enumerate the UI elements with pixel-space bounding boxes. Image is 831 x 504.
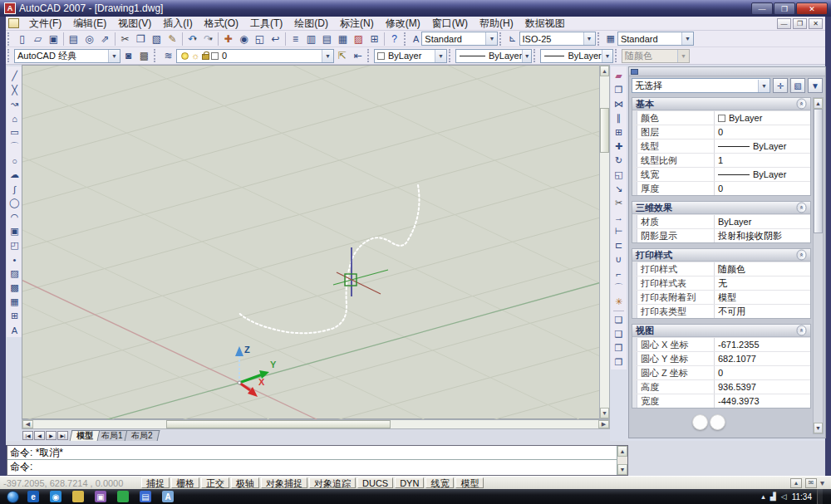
- dim-style-combo[interactable]: ISO-25▼: [519, 32, 596, 46]
- volume-icon[interactable]: ◁: [781, 492, 787, 501]
- rectangle-tool[interactable]: ▭: [7, 125, 22, 139]
- property-value[interactable]: ByLayer: [714, 139, 810, 153]
- mirror-tool[interactable]: ⋈: [612, 97, 626, 111]
- linetype-combo[interactable]: ByLayer▼: [455, 49, 532, 63]
- plot-icon[interactable]: ▤: [66, 32, 81, 46]
- my-workspace-icon[interactable]: ▩: [136, 48, 152, 63]
- chevron-down-icon[interactable]: ▼: [758, 80, 770, 92]
- tab-nav-button-2[interactable]: ▶: [46, 431, 57, 440]
- scroll-up-icon[interactable]: ▲: [617, 446, 627, 457]
- menu-item-6[interactable]: 绘图(D): [288, 16, 334, 32]
- menu-item-1[interactable]: 编辑(E): [67, 16, 112, 32]
- chevron-down-icon[interactable]: ▼: [522, 50, 531, 62]
- polyline-tool[interactable]: ↝: [7, 97, 22, 111]
- rotate-tool[interactable]: ↻: [612, 154, 626, 168]
- property-value[interactable]: 936.5397: [714, 380, 810, 394]
- stretch-tool[interactable]: ↘: [612, 182, 626, 196]
- scroll-down-icon[interactable]: ▼: [617, 464, 627, 475]
- child-close-button[interactable]: ✕: [809, 18, 823, 29]
- command-input-line[interactable]: 命令:: [7, 460, 627, 474]
- toggle-线宽[interactable]: 线宽: [425, 477, 454, 488]
- chevron-down-icon[interactable]: ▼: [681, 32, 693, 45]
- menu-item-3[interactable]: 插入(I): [157, 16, 198, 32]
- menu-item-10[interactable]: 帮助(H): [474, 16, 519, 32]
- scroll-left-icon[interactable]: ◀: [22, 420, 33, 428]
- spline-tool[interactable]: ∫: [7, 182, 22, 196]
- layer-lock-icon[interactable]: [202, 54, 209, 60]
- text-style-combo[interactable]: Standard▼: [421, 32, 498, 46]
- annotation-scale-icon[interactable]: ▴: [790, 478, 802, 488]
- scrollbar-thumb[interactable]: [166, 420, 391, 428]
- circle-tool[interactable]: ○: [7, 154, 22, 168]
- toggle-极轴[interactable]: 极轴: [231, 477, 259, 488]
- property-value[interactable]: 0: [714, 125, 810, 139]
- extend-tool[interactable]: →: [612, 210, 626, 224]
- toggle-DUCS[interactable]: DUCS: [357, 477, 393, 488]
- chevron-down-icon[interactable]: ▼: [108, 50, 120, 62]
- property-value[interactable]: ByLayer: [714, 215, 810, 228]
- maximize-button[interactable]: ❐: [774, 2, 795, 15]
- select-objects-button[interactable]: ▧: [790, 78, 805, 93]
- quickcalc-icon[interactable]: ⊞: [366, 32, 382, 46]
- section-header[interactable]: 视图«: [632, 325, 810, 337]
- redo-icon[interactable]: ↷▾: [200, 32, 216, 46]
- markup-icon[interactable]: ▨: [351, 32, 366, 46]
- chevron-down-icon[interactable]: ▼: [435, 50, 446, 62]
- menu-item-0[interactable]: 文件(F): [23, 16, 67, 32]
- scroll-right-icon[interactable]: ▶: [598, 420, 609, 428]
- layer-on-icon[interactable]: [181, 52, 189, 60]
- draw-order-above-icon[interactable]: ❒: [612, 341, 626, 355]
- tab-nav-button-1[interactable]: ◀: [34, 431, 45, 440]
- chevron-down-icon[interactable]: ▾: [194, 36, 197, 42]
- pan-icon[interactable]: ✚: [220, 32, 236, 46]
- tab-nav-button-0[interactable]: |◀: [22, 431, 33, 440]
- table-style-combo[interactable]: Standard▼: [617, 32, 694, 46]
- menu-item-8[interactable]: 修改(M): [380, 16, 426, 32]
- child-restore-button[interactable]: ❐: [793, 18, 807, 29]
- selection-combo[interactable]: 无选择▼: [632, 78, 770, 93]
- chevron-down-icon[interactable]: ▾: [209, 36, 213, 42]
- mtext-tool[interactable]: A: [7, 323, 22, 337]
- zoom-previous-icon[interactable]: ↩: [268, 32, 283, 46]
- drawing-canvas[interactable]: ZYX: [22, 65, 599, 419]
- designcenter-icon[interactable]: ▥: [303, 32, 319, 46]
- scroll-up-icon[interactable]: ▲: [814, 98, 823, 109]
- construction-line-tool[interactable]: ╳: [7, 83, 22, 97]
- close-button[interactable]: ✕: [796, 2, 828, 15]
- scrollbar-thumb[interactable]: [600, 108, 609, 153]
- property-value[interactable]: 不可用: [714, 305, 810, 318]
- toolbar-grip[interactable]: [404, 32, 408, 46]
- autocad-taskbar-icon[interactable]: A: [162, 491, 174, 502]
- workspace-settings-icon[interactable]: ◙: [120, 48, 136, 63]
- zoom-window-icon[interactable]: ◱: [252, 32, 268, 46]
- property-value[interactable]: 0: [714, 182, 810, 195]
- make-block-tool[interactable]: ◰: [7, 238, 22, 252]
- toggle-对象捕捉[interactable]: 对象捕捉: [261, 477, 307, 488]
- line-tool[interactable]: ╱: [7, 69, 22, 83]
- join-tool[interactable]: ∪: [612, 252, 626, 267]
- layer-combo[interactable]: ☼ 0 ▼: [176, 49, 334, 63]
- quick-select-button[interactable]: ▼: [808, 78, 823, 93]
- ellipse-arc-tool[interactable]: ◠: [7, 210, 22, 224]
- vertical-scrollbar[interactable]: ▲ ▼: [599, 65, 610, 419]
- gradient-tool[interactable]: ▩: [7, 281, 22, 295]
- tab-模型[interactable]: 模型: [70, 430, 101, 441]
- tool-palettes-icon[interactable]: ▤: [319, 32, 335, 46]
- hatch-tool[interactable]: ▨: [7, 267, 22, 281]
- toggle-捕捉[interactable]: 捕捉: [141, 477, 170, 488]
- workspace-combo[interactable]: AutoCAD 经典▼: [14, 49, 120, 63]
- property-value[interactable]: 随颜色: [714, 262, 810, 276]
- toolbar-grip[interactable]: [367, 49, 371, 62]
- section-header[interactable]: 打印样式«: [632, 249, 810, 262]
- folder-taskbar-icon[interactable]: [72, 491, 84, 502]
- browser-taskbar-icon[interactable]: ◉: [50, 491, 61, 502]
- lineweight-combo[interactable]: ByLayer▼: [540, 49, 613, 63]
- save-icon[interactable]: ▣: [46, 32, 61, 46]
- open-file-icon[interactable]: ▱: [30, 32, 46, 46]
- toolbar-grip[interactable]: [154, 49, 158, 62]
- property-value[interactable]: -449.3973: [714, 394, 810, 408]
- property-value[interactable]: 模型: [714, 291, 810, 304]
- zoom-realtime-icon[interactable]: ◉: [236, 32, 252, 46]
- layer-properties-manager-icon[interactable]: ≋: [160, 48, 176, 63]
- tab-nav-button-3[interactable]: ▶|: [57, 431, 68, 440]
